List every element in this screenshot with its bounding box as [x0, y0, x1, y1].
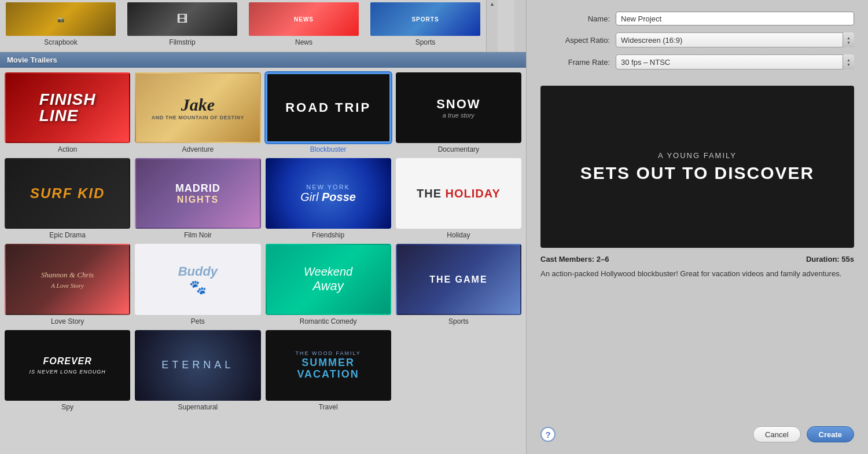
movie-thumb-love-story: Shannon & Chris A Love Story	[5, 244, 130, 314]
movie-label-friendship: Friendship	[312, 231, 344, 239]
movie-thumb-film-noir: MADRID NIGHTS	[135, 158, 260, 229]
description-text: An action-packed Hollywood blockbuster! …	[540, 268, 854, 417]
movie-thumb-blockbuster: ROAD TRIP	[266, 72, 391, 143]
cancel-button[interactable]: Cancel	[753, 426, 800, 442]
movie-thumb-pets: Buddy 🐾	[135, 244, 260, 314]
frame-rate-label: Frame Rate:	[540, 58, 610, 67]
thumb-filmstrip-label: Filmstrip	[169, 38, 195, 46]
thumb-filmstrip-img: 🎞	[127, 2, 237, 36]
info-row: Cast Members: 2–6 Duration: 55s	[540, 255, 854, 263]
help-icon: ?	[545, 430, 550, 440]
movie-item-romantic-comedy[interactable]: Weekend Away Romantic Comedy	[266, 244, 391, 325]
movie-item-pets[interactable]: Buddy 🐾 Pets	[135, 244, 260, 325]
frame-rate-row: Frame Rate: 30 fps – NTSC 25 fps – PAL 2…	[540, 54, 854, 69]
create-button[interactable]: Create	[807, 426, 854, 442]
movie-label-holiday: Holiday	[447, 231, 470, 239]
name-label: Name:	[540, 14, 610, 23]
movie-thumb-friendship: New York Girl Posse	[266, 158, 391, 229]
movie-label-love-story: Love Story	[51, 317, 84, 325]
thumb-news-label: News	[295, 38, 312, 46]
movie-label-travel: Travel	[319, 403, 338, 411]
thumb-scrapbook-label: Scrapbook	[44, 38, 77, 46]
left-panel: 📷 Scrapbook 🎞 Filmstrip NEWS News SPORTS…	[0, 0, 527, 454]
movie-item-documentary[interactable]: SNOW a true story Documentary	[396, 72, 521, 153]
movie-item-action[interactable]: FINISHLINE Action	[5, 72, 130, 153]
preview-area: A YOUNG FAMILY SETS OUT TO DISCOVER	[540, 86, 854, 248]
bottom-bar: ? Cancel Create	[540, 426, 854, 442]
frame-rate-select[interactable]: 30 fps – NTSC 25 fps – PAL 24 fps	[616, 54, 854, 69]
movie-thumb-spy: FOREVER IS NEVER LONG ENOUGH	[5, 330, 130, 401]
movie-item-blockbuster[interactable]: ROAD TRIP Blockbuster	[266, 72, 391, 153]
movie-item-spy[interactable]: FOREVER IS NEVER LONG ENOUGH Spy	[5, 330, 130, 411]
preview-title: SETS OUT TO DISCOVER	[580, 163, 815, 183]
movie-label-sports: Sports	[448, 317, 469, 325]
help-button[interactable]: ?	[540, 427, 556, 442]
movie-thumb-epic-drama: SURF KID	[5, 158, 130, 229]
frame-rate-wrapper: 30 fps – NTSC 25 fps – PAL 24 fps	[616, 54, 854, 69]
movie-item-sports[interactable]: THE GAME Sports	[396, 244, 521, 325]
duration-label: Duration: 55s	[806, 255, 854, 263]
movie-item-film-noir[interactable]: MADRID NIGHTS Film Noir	[135, 158, 260, 239]
name-input[interactable]	[616, 12, 854, 25]
movie-item-supernatural[interactable]: ETERNAL Supernatural	[135, 330, 260, 411]
movie-thumb-action: FINISHLINE	[5, 72, 130, 143]
movie-thumb-holiday: THE HOLIDAY	[396, 158, 521, 229]
aspect-ratio-row: Aspect Ratio: Widescreen (16:9) Standard…	[540, 32, 854, 47]
movie-thumb-documentary: SNOW a true story	[396, 72, 521, 143]
aspect-ratio-label: Aspect Ratio:	[540, 36, 610, 45]
movie-label-romantic-comedy: Romantic Comedy	[300, 317, 357, 325]
thumb-filmstrip[interactable]: 🎞 Filmstrip	[122, 0, 243, 52]
movie-item-epic-drama[interactable]: SURF KID Epic Drama	[5, 158, 130, 239]
movie-item-friendship[interactable]: New York Girl Posse Friendship	[266, 158, 391, 239]
movie-label-adventure: Adventure	[182, 145, 214, 153]
thumb-scrapbook[interactable]: 📷 Scrapbook	[0, 0, 122, 52]
thumb-news-img: NEWS	[249, 2, 359, 36]
thumb-sports-top-label: Sports	[415, 38, 436, 46]
movie-label-documentary: Documentary	[438, 145, 479, 153]
movie-item-holiday[interactable]: THE HOLIDAY Holiday	[396, 158, 521, 239]
movie-label-action: Action	[58, 145, 77, 153]
section-header: Movie Trailers	[0, 52, 526, 68]
movie-thumb-sports: THE GAME	[396, 244, 521, 314]
movie-item-travel[interactable]: THE WOOD FAMILY SUMMERVACATION Travel	[266, 330, 391, 411]
right-panel: Name: Aspect Ratio: Widescreen (16:9) St…	[527, 0, 868, 454]
top-scrollbar[interactable]: ▲	[486, 0, 498, 52]
thumb-news[interactable]: NEWS News	[243, 0, 365, 52]
movie-thumb-supernatural: ETERNAL	[135, 330, 260, 401]
movie-thumb-adventure: Jake AND THE MOUNTAIN OF DESTINY	[135, 72, 260, 143]
movie-label-supernatural: Supernatural	[178, 403, 218, 411]
movie-item-love-story[interactable]: Shannon & Chris A Love Story Love Story	[5, 244, 130, 325]
movie-label-epic-drama: Epic Drama	[49, 231, 86, 239]
thumb-scrapbook-img: 📷	[6, 2, 116, 36]
movie-label-spy: Spy	[61, 403, 73, 411]
thumb-sports-top[interactable]: SPORTS Sports	[365, 0, 486, 52]
preview-subtitle: A YOUNG FAMILY	[658, 151, 737, 160]
section-header-label: Movie Trailers	[7, 56, 57, 64]
movie-label-film-noir: Film Noir	[184, 231, 212, 239]
top-thumbs-row: 📷 Scrapbook 🎞 Filmstrip NEWS News SPORTS…	[0, 0, 526, 52]
movie-grid-area[interactable]: FINISHLINE Action Jake AND THE MOUNTAIN …	[0, 68, 526, 454]
thumb-sports-top-img: SPORTS	[370, 2, 480, 36]
movie-label-pets: Pets	[191, 317, 205, 325]
name-row: Name:	[540, 12, 854, 25]
aspect-ratio-wrapper: Widescreen (16:9) Standard (4:3)	[616, 32, 854, 47]
movie-item-adventure[interactable]: Jake AND THE MOUNTAIN OF DESTINY Adventu…	[135, 72, 260, 153]
aspect-ratio-select[interactable]: Widescreen (16:9) Standard (4:3)	[616, 32, 854, 47]
movie-thumb-romantic-comedy: Weekend Away	[266, 244, 391, 314]
movie-thumb-travel: THE WOOD FAMILY SUMMERVACATION	[266, 330, 391, 401]
movie-label-blockbuster: Blockbuster	[310, 145, 347, 153]
movie-grid: FINISHLINE Action Jake AND THE MOUNTAIN …	[5, 72, 521, 411]
cast-label: Cast Members: 2–6	[540, 255, 609, 263]
